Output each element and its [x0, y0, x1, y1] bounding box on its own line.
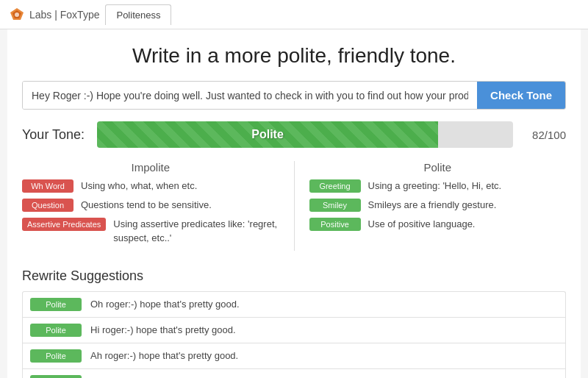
polite-item-0: Greeting Using a greeting: 'Hello, Hi, e… — [309, 179, 567, 193]
tone-bar-container: Polite — [97, 121, 513, 148]
header: Labs | FoxType Politeness — [0, 0, 588, 29]
impolite-desc-2: Using assertive predicates like: 'regret… — [113, 218, 279, 244]
impolite-item-1: Question Questions tend to be sensitive. — [22, 199, 279, 212]
tone-bar-fill: Polite — [97, 121, 438, 148]
impolite-desc-1: Questions tend to be sensitive. — [81, 199, 212, 212]
two-col-section: Impolite Wh Word Using who, what, when e… — [22, 161, 566, 251]
col-divider — [294, 161, 295, 251]
tone-score: 82/100 — [522, 129, 566, 141]
suggestion-tag-2: Polite — [30, 349, 82, 363]
suggestion-text-1: Hi roger:-) hope that's pretty good. — [90, 324, 236, 335]
polite-item-1: Smiley Smileys are a friendly gesture. — [309, 199, 567, 212]
tone-bar-text: Polite — [251, 128, 284, 141]
impolite-desc-0: Using who, what, when etc. — [81, 179, 197, 193]
suggestions-title: Rewrite Suggestions — [22, 268, 566, 284]
foxtype-logo-icon — [9, 7, 25, 23]
polite-desc-0: Using a greeting: 'Hello, Hi, etc. — [368, 179, 502, 193]
impolite-header: Impolite — [22, 161, 279, 174]
polite-tag-2: Positive — [309, 218, 361, 231]
suggestion-row-3: Polite Hello roger:-) hope that's pretty… — [22, 368, 566, 378]
polite-tag-1: Smiley — [309, 199, 361, 212]
suggestion-text-0: Oh roger:-) hope that's pretty good. — [90, 299, 240, 310]
page-title: Write in a more polite, friendly tone. — [22, 44, 566, 68]
suggestion-row-0: Polite Oh roger:-) hope that's pretty go… — [22, 291, 566, 317]
politeness-tab[interactable]: Politeness — [105, 4, 171, 25]
polite-desc-2: Use of positive language. — [368, 218, 476, 231]
logo-text: Labs | FoxType — [29, 9, 99, 21]
suggestion-text-2: Ah roger:-) hope that's pretty good. — [90, 350, 238, 361]
impolite-tag-0: Wh Word — [22, 179, 74, 193]
impolite-col: Impolite Wh Word Using who, what, when e… — [22, 161, 279, 251]
tone-label: Your Tone: — [22, 127, 88, 143]
polite-desc-1: Smileys are a friendly gesture. — [368, 199, 497, 212]
polite-tag-0: Greeting — [309, 179, 361, 193]
impolite-tag-1: Question — [22, 199, 74, 212]
suggestion-row-2: Polite Ah roger:-) hope that's pretty go… — [22, 343, 566, 368]
main-content: Write in a more polite, friendly tone. C… — [7, 29, 581, 378]
input-row: Check Tone — [22, 81, 566, 110]
polite-header: Polite — [309, 161, 567, 174]
polite-col: Polite Greeting Using a greeting: 'Hello… — [309, 161, 567, 251]
suggestions-list: Polite Oh roger:-) hope that's pretty go… — [22, 291, 566, 378]
rewrite-suggestions-section: Rewrite Suggestions Polite Oh roger:-) h… — [22, 268, 566, 378]
check-tone-button[interactable]: Check Tone — [477, 82, 565, 109]
tone-row: Your Tone: Polite 82/100 — [22, 121, 566, 148]
impolite-item-2: Assertive Predicates Using assertive pre… — [22, 218, 279, 244]
suggestion-tag-3: Polite — [30, 375, 82, 378]
suggestion-row-1: Polite Hi roger:-) hope that's pretty go… — [22, 317, 566, 343]
suggestion-tag-0: Polite — [30, 298, 82, 311]
logo: Labs | FoxType — [9, 7, 99, 23]
polite-item-2: Positive Use of positive language. — [309, 218, 567, 231]
svg-point-2 — [15, 13, 19, 17]
message-input[interactable] — [23, 82, 477, 109]
impolite-tag-2: Assertive Predicates — [22, 218, 106, 231]
impolite-item-0: Wh Word Using who, what, when etc. — [22, 179, 279, 193]
suggestion-tag-1: Polite — [30, 324, 82, 337]
